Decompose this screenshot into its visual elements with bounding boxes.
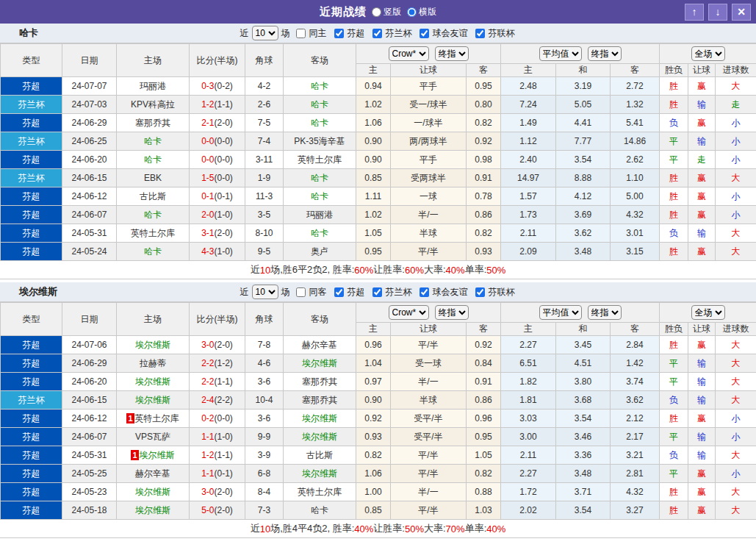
team-link[interactable]: 古比斯	[140, 191, 166, 201]
away-team-cell: 哈卡	[284, 77, 356, 96]
team-link[interactable]: 哈卡	[144, 246, 162, 257]
move-up-button[interactable]: ↑	[685, 4, 704, 21]
home-odds-cell: 0.92	[356, 410, 391, 428]
team-link[interactable]: 玛丽港	[306, 210, 333, 220]
date-cell: 24-07-03	[62, 96, 117, 114]
avg-draw-cell: 3.45	[556, 336, 611, 354]
team-link[interactable]: 赫尔辛基	[135, 468, 170, 479]
team-link[interactable]: 哈卡	[311, 505, 328, 515]
league-cup-checkbox[interactable]	[372, 29, 382, 38]
games-count-select[interactable]: 10	[252, 285, 278, 299]
team-link[interactable]: 埃尔维斯	[135, 487, 170, 497]
league-friendly-checkbox[interactable]	[420, 287, 429, 297]
close-button[interactable]: ✕	[732, 4, 751, 21]
league-cup-checkbox[interactable]	[372, 287, 382, 297]
average-select[interactable]: 平均值	[539, 46, 582, 61]
team-link[interactable]: 古比斯	[306, 450, 333, 460]
summary-stat-value: 50%	[486, 265, 505, 276]
horizontal-radio[interactable]	[407, 7, 417, 17]
same-venue-checkbox[interactable]	[296, 287, 306, 297]
col-corners: 角球	[245, 44, 284, 77]
date-cell: 24-05-25	[62, 465, 117, 483]
team-link[interactable]: 奥卢	[311, 246, 328, 257]
goals-result-cell: 小	[716, 151, 756, 169]
team-link[interactable]: 英特土尔库	[131, 228, 175, 238]
handicap-line-cell: 半/一	[391, 373, 467, 391]
team-link[interactable]: 哈卡	[144, 210, 162, 220]
team-link[interactable]: 塞那乔其	[302, 376, 337, 387]
team-link[interactable]: 埃尔维斯	[135, 395, 170, 405]
bookmaker-group-header: Crow* 终指	[356, 44, 501, 64]
team-link[interactable]: 英特土尔库	[298, 487, 342, 497]
team-link[interactable]: 哈卡	[144, 136, 162, 146]
date-cell: 24-06-07	[62, 206, 117, 224]
move-down-button[interactable]: ↓	[708, 4, 727, 21]
final-index-select-2[interactable]: 终指	[588, 305, 622, 320]
avg-draw-cell: 3.71	[556, 483, 611, 501]
team-link[interactable]: 埃尔维斯	[302, 432, 337, 442]
final-index-select[interactable]: 终指	[435, 305, 469, 320]
avg-draw-cell: 5.05	[556, 96, 611, 114]
team-link[interactable]: 赫尔辛基	[302, 340, 337, 350]
date-cell: 24-05-23	[62, 483, 117, 501]
avg-home-cell: 7.24	[501, 96, 556, 114]
league-friendly-checkbox[interactable]	[420, 29, 429, 38]
score-cell: 5-0(2-0)	[190, 501, 245, 520]
league-super-checkbox[interactable]	[334, 29, 344, 38]
team-link[interactable]: 哈卡	[311, 191, 328, 201]
team-link[interactable]: KPV科高拉	[131, 99, 175, 110]
team-link[interactable]: 埃尔维斯	[302, 358, 337, 368]
league-super-checkbox[interactable]	[334, 287, 344, 297]
team-link[interactable]: 塞那乔其	[302, 395, 337, 405]
goals-result-cell: 小	[716, 465, 756, 483]
same-venue-checkbox[interactable]	[296, 29, 306, 38]
score-cell: 1-1(0-1)	[190, 465, 245, 483]
team-link[interactable]: 埃尔维斯	[140, 450, 175, 460]
team-link[interactable]: 埃尔维斯	[302, 413, 337, 423]
team-link[interactable]: 哈卡	[311, 118, 328, 128]
team-link[interactable]: 埃尔维斯	[135, 340, 170, 350]
corners-cell: 9-5	[245, 243, 284, 261]
team-link[interactable]: PK-35海辛基	[294, 136, 345, 146]
match-result-cell: 负	[660, 446, 688, 465]
league-liiga-checkbox[interactable]	[475, 287, 485, 297]
team-link[interactable]: 哈卡	[311, 173, 328, 183]
league-liiga-checkbox[interactable]	[475, 29, 485, 38]
match-result-cell: 胜	[660, 501, 688, 520]
team-link[interactable]: 埃尔维斯	[135, 376, 170, 387]
team-link[interactable]: 哈卡	[311, 228, 328, 238]
handicap-line-cell: 受一/球半	[391, 96, 467, 114]
layout-vertical-option[interactable]: 竖版	[372, 6, 401, 18]
team-link[interactable]: 英特土尔库	[135, 413, 179, 423]
home-odds-cell: 1.02	[356, 206, 391, 224]
team-link[interactable]: 埃尔维斯	[302, 468, 337, 479]
team-link[interactable]: 玛丽港	[140, 81, 166, 91]
summary-stat-value: 60%	[405, 265, 424, 276]
score-cell: 3-0(2-0)	[190, 483, 245, 501]
team-link[interactable]: 英特土尔库	[298, 154, 342, 165]
col-odds-home: 主	[356, 64, 391, 77]
summary-text: 近	[251, 522, 260, 535]
avg-away-cell: 4.32	[611, 206, 660, 224]
goals-result-cell: 大	[716, 354, 756, 373]
team-link[interactable]: 埃尔维斯	[135, 505, 170, 515]
final-index-select[interactable]: 终指	[435, 46, 469, 61]
final-index-select-2[interactable]: 终指	[588, 46, 622, 61]
scope-select[interactable]: 全场	[691, 46, 725, 61]
bookmaker-select[interactable]: Crow*	[389, 46, 429, 61]
average-select[interactable]: 平均值	[539, 305, 582, 320]
team-link[interactable]: VPS瓦萨	[135, 432, 170, 442]
team-link[interactable]: 哈卡	[144, 154, 162, 165]
games-count-select[interactable]: 10	[252, 26, 278, 40]
home-team-cell: 哈卡	[117, 206, 190, 224]
scope-select[interactable]: 全场	[691, 305, 725, 320]
bookmaker-select[interactable]: Crow*	[389, 305, 429, 320]
team-link[interactable]: 拉赫蒂	[140, 358, 166, 368]
team-link[interactable]: EBK	[144, 173, 162, 183]
team-link[interactable]: 哈卡	[311, 99, 328, 110]
layout-horizontal-option[interactable]: 横版	[407, 6, 436, 18]
team-link[interactable]: 哈卡	[311, 81, 328, 91]
vertical-radio[interactable]	[372, 7, 381, 17]
home-team-cell: 拉赫蒂	[117, 354, 190, 373]
team-link[interactable]: 塞那乔其	[135, 118, 170, 128]
